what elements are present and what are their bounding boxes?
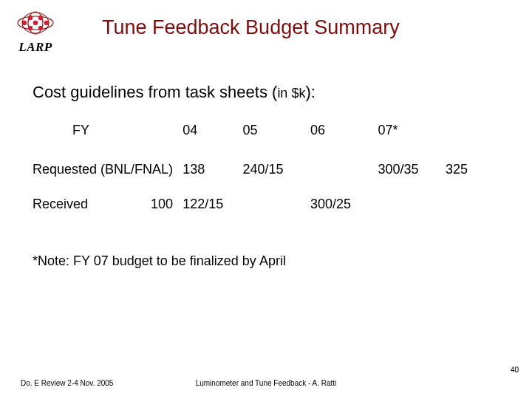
col-header: 07* [378,115,446,154]
larp-logo-icon [16,10,55,35]
svg-point-9 [33,21,38,25]
subtitle: Cost guidelines from task sheets (in $k)… [33,83,532,102]
logo-block: LARP [16,10,55,55]
footnote: *Note: FY 07 budget to be finalized by A… [33,253,532,269]
cell: 138 [183,154,242,185]
col-header: 05 [243,115,310,154]
slide-header: LARP Tune Feedback Budget Summary [0,0,532,55]
subtitle-tail: ): [305,83,315,101]
row-label: Requested (BNL/FNAL) [33,154,183,185]
table-row: Received 100 122/15 300/25 [33,185,491,219]
cell: 240/15 [243,154,310,185]
cell: 122/15 [183,185,242,219]
table-row: Requested (BNL/FNAL) 138 240/15 300/35 3… [33,154,491,185]
svg-point-5 [38,16,43,20]
svg-point-8 [28,26,33,30]
page-number: 40 [511,366,519,374]
cell: 325 [446,154,491,185]
svg-point-7 [38,26,43,30]
cell: 100 [92,197,173,211]
subtitle-unit: in $k [277,86,305,100]
cell: 300/25 [310,185,378,219]
cell: 300/35 [378,154,446,185]
budget-table: FY 04 05 06 07* Requested (BNL/FNAL) 138… [33,115,491,219]
svg-point-3 [22,21,27,25]
row-label: Received [33,197,88,211]
footer-center: Luminometer and Tune Feedback - A. Ratti [0,379,532,387]
subtitle-main: Cost guidelines from task sheets ( [33,83,277,101]
col-header: 06 [310,115,378,154]
table-header-row: FY 04 05 06 07* [33,115,491,154]
fy-label: FY [33,123,89,137]
svg-point-4 [28,16,33,20]
svg-point-6 [44,21,49,25]
slide-title: Tune Feedback Budget Summary [102,16,400,39]
logo-text: LARP [18,40,52,55]
col-header: 04 [183,115,242,154]
